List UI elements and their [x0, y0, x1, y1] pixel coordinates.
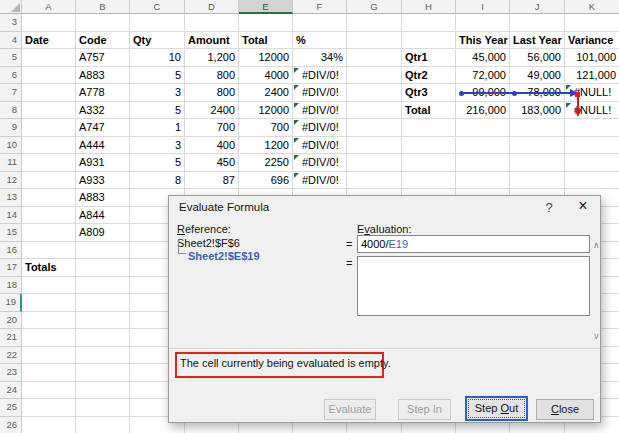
cell-B8[interactable]: A332	[76, 102, 130, 120]
cell-H10[interactable]	[402, 137, 456, 155]
cell-H9[interactable]	[402, 119, 456, 137]
row-header-15[interactable]: 15	[0, 224, 22, 242]
cell-B5[interactable]: A757	[76, 49, 130, 67]
cell-C3[interactable]	[130, 14, 185, 32]
cell-B24[interactable]	[76, 382, 130, 400]
cell-F5[interactable]: 34%	[293, 49, 347, 67]
cell-I5[interactable]: 45,000	[456, 49, 510, 67]
cell-G5[interactable]	[347, 49, 402, 67]
cell-G11[interactable]	[347, 154, 402, 172]
step-out-button[interactable]: Step Out	[465, 396, 528, 421]
cell-C4[interactable]: Qty	[130, 32, 185, 50]
row-header-11[interactable]: 11	[0, 154, 22, 172]
cell-K12[interactable]	[565, 172, 619, 190]
cell-F7[interactable]: #DIV/0!	[293, 84, 347, 102]
cell-E9[interactable]: 700	[239, 119, 293, 137]
cell-A17[interactable]: Totals	[22, 259, 76, 277]
cell-C7[interactable]: 3	[130, 84, 185, 102]
cell-K4[interactable]: Variance	[565, 32, 619, 50]
cell-I6[interactable]: 72,000	[456, 67, 510, 85]
cell-D12[interactable]: 87	[185, 172, 239, 190]
cell-J6[interactable]: 49,000	[510, 67, 565, 85]
column-header-G[interactable]: G	[347, 0, 402, 14]
cell-B21[interactable]	[76, 329, 130, 347]
cell-A5[interactable]	[22, 49, 76, 67]
cell-A11[interactable]	[22, 154, 76, 172]
column-header-J[interactable]: J	[510, 0, 565, 14]
row-header-13[interactable]: 13	[0, 189, 22, 207]
cell-H8[interactable]: Total	[402, 102, 456, 120]
row-header-14[interactable]: 14	[0, 207, 22, 225]
cell-A19[interactable]	[22, 294, 76, 312]
help-icon[interactable]: ?	[537, 199, 561, 216]
row-header-3[interactable]: 3	[0, 14, 22, 32]
cell-J4[interactable]: Last Year	[510, 32, 565, 50]
cell-D5[interactable]: 1,200	[185, 49, 239, 67]
cell-J3[interactable]	[510, 14, 565, 32]
column-header-I[interactable]: I	[456, 0, 510, 14]
row-header-8[interactable]: 8	[0, 102, 22, 120]
cell-J10[interactable]	[510, 137, 565, 155]
cell-B13[interactable]: A883	[76, 189, 130, 207]
cell-F3[interactable]	[293, 14, 347, 32]
column-header-H[interactable]: H	[402, 0, 456, 14]
cell-E11[interactable]: 2250	[239, 154, 293, 172]
cell-F9[interactable]: #DIV/0!	[293, 119, 347, 137]
cell-D10[interactable]: 400	[185, 137, 239, 155]
cell-E4[interactable]: Total	[239, 32, 293, 50]
row-header-7[interactable]: 7	[0, 84, 22, 102]
cell-A18[interactable]	[22, 277, 76, 295]
row-header-21[interactable]: 21	[0, 329, 22, 347]
column-header-K[interactable]: K	[565, 0, 619, 14]
cell-C9[interactable]: 1	[130, 119, 185, 137]
cell-A16[interactable]	[22, 242, 76, 260]
cell-H5[interactable]: Qtr1	[402, 49, 456, 67]
sub-evaluation-box[interactable]	[357, 256, 590, 316]
cell-I8[interactable]: 216,000	[456, 102, 510, 120]
cell-E5[interactable]: 12000	[239, 49, 293, 67]
row-header-18[interactable]: 18	[0, 277, 22, 295]
cell-B26[interactable]	[76, 417, 130, 433]
cell-A8[interactable]	[22, 102, 76, 120]
cell-G7[interactable]	[347, 84, 402, 102]
cell-D4[interactable]: Amount	[185, 32, 239, 50]
cell-G4[interactable]	[347, 32, 402, 50]
column-header-E[interactable]: E	[239, 0, 293, 14]
cell-C5[interactable]: 10	[130, 49, 185, 67]
cell-F4[interactable]: %	[293, 32, 347, 50]
cell-E10[interactable]: 1200	[239, 137, 293, 155]
cell-A6[interactable]	[22, 67, 76, 85]
cell-D9[interactable]: 700	[185, 119, 239, 137]
cell-I9[interactable]	[456, 119, 510, 137]
cell-K9[interactable]	[565, 119, 619, 137]
cell-A3[interactable]	[22, 14, 76, 32]
column-header-C[interactable]: C	[130, 0, 185, 14]
cell-K5[interactable]: 101,000	[565, 49, 619, 67]
scroll-up-icon[interactable]: ∧	[593, 240, 600, 250]
cell-B10[interactable]: A444	[76, 137, 130, 155]
cell-J8[interactable]: 183,000	[510, 102, 565, 120]
cell-H4[interactable]	[402, 32, 456, 50]
cell-G12[interactable]	[347, 172, 402, 190]
cell-A7[interactable]	[22, 84, 76, 102]
cell-J12[interactable]	[510, 172, 565, 190]
row-header-16[interactable]: 16	[0, 242, 22, 260]
scroll-down-icon[interactable]: ∨	[593, 331, 600, 341]
cell-J11[interactable]	[510, 154, 565, 172]
cell-E3[interactable]	[239, 14, 293, 32]
cell-B4[interactable]: Code	[76, 32, 130, 50]
row-header-4[interactable]: 4	[0, 32, 22, 50]
row-header-12[interactable]: 12	[0, 172, 22, 190]
cell-E8[interactable]: 12000	[239, 102, 293, 120]
cell-C11[interactable]: 5	[130, 154, 185, 172]
cell-A22[interactable]	[22, 347, 76, 365]
cell-C8[interactable]: 5	[130, 102, 185, 120]
cell-H7[interactable]: Qtr3	[402, 84, 456, 102]
row-header-5[interactable]: 5	[0, 49, 22, 67]
cell-B9[interactable]: A747	[76, 119, 130, 137]
cell-D11[interactable]: 450	[185, 154, 239, 172]
cell-E7[interactable]: 2400	[239, 84, 293, 102]
cell-G10[interactable]	[347, 137, 402, 155]
row-header-20[interactable]: 20	[0, 312, 22, 330]
cell-G6[interactable]	[347, 67, 402, 85]
